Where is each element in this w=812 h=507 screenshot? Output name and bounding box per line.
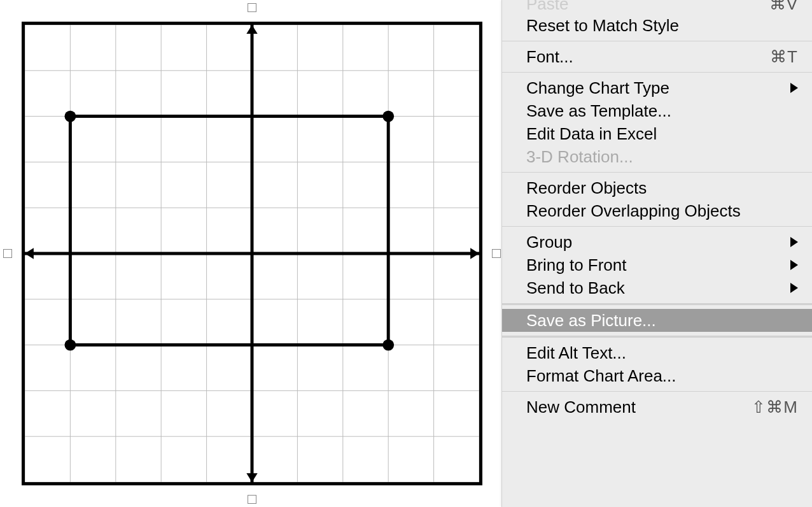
chart-object[interactable]: [8, 8, 496, 499]
menu-item-font[interactable]: Font...⌘T: [502, 45, 812, 68]
chart-canvas: [25, 25, 479, 482]
menu-item-format-chart-area[interactable]: Format Chart Area...: [502, 364, 812, 387]
menu-label: Change Chart Type: [526, 78, 790, 98]
menu-item-change-chart-type[interactable]: Change Chart Type: [502, 76, 812, 99]
menu-separator: [502, 391, 812, 392]
menu-item-send-to-back[interactable]: Send to Back: [502, 276, 812, 299]
svg-point-32: [64, 339, 76, 351]
menu-item-save-as-template[interactable]: Save as Template...: [502, 99, 812, 122]
menu-label: Font...: [526, 47, 770, 67]
chevron-right-icon: [790, 260, 798, 270]
menu-label: Reorder Overlapping Objects: [526, 201, 798, 221]
menu-label: 3-D Rotation...: [526, 147, 798, 167]
menu-item-reset-to-match-style[interactable]: Reset to Match Style: [502, 14, 812, 37]
menu-item-reorder-overlapping-objects[interactable]: Reorder Overlapping Objects: [502, 199, 812, 222]
chart-plot-area[interactable]: [22, 22, 482, 485]
menu-item-save-as-picture[interactable]: Save as Picture...: [502, 309, 812, 332]
menu-shortcut: ⌘T: [770, 47, 798, 67]
menu-label: Format Chart Area...: [526, 366, 798, 386]
menu-label: New Comment: [526, 397, 752, 417]
menu-item-bring-to-front[interactable]: Bring to Front: [502, 254, 812, 276]
resize-handle-top[interactable]: [248, 3, 256, 12]
menu-item-paste-partial[interactable]: Paste ⌘V: [502, 0, 812, 14]
menu-separator: [502, 72, 812, 73]
context-menu[interactable]: Paste ⌘V Reset to Match StyleFont...⌘TCh…: [501, 0, 812, 507]
menu-shortcut: ⇧⌘M: [752, 397, 798, 417]
svg-point-31: [382, 339, 394, 351]
menu-separator: [502, 303, 812, 305]
menu-item-new-comment[interactable]: New Comment⇧⌘M: [502, 396, 812, 418]
menu-label: Save as Picture...: [526, 311, 798, 331]
resize-handle-left[interactable]: [3, 249, 12, 258]
chevron-right-icon: [790, 83, 798, 93]
menu-separator: [502, 336, 812, 338]
menu-item-edit-alt-text[interactable]: Edit Alt Text...: [502, 341, 812, 364]
svg-marker-27: [246, 473, 257, 482]
menu-separator: [502, 172, 812, 173]
menu-label: Paste: [526, 0, 769, 14]
resize-handle-bottom[interactable]: [248, 495, 256, 504]
menu-label: Send to Back: [526, 278, 790, 298]
chevron-right-icon: [790, 237, 798, 247]
menu-item-group[interactable]: Group: [502, 231, 812, 254]
menu-label: Save as Template...: [526, 101, 798, 121]
menu-separator: [502, 41, 812, 41]
menu-label: Reset to Match Style: [526, 16, 798, 36]
menu-label: Group: [526, 232, 790, 252]
menu-label: Reorder Objects: [526, 178, 798, 198]
menu-separator: [502, 226, 812, 227]
svg-marker-24: [470, 248, 479, 259]
chevron-right-icon: [790, 283, 798, 293]
svg-point-30: [382, 111, 394, 122]
menu-label: Edit Data in Excel: [526, 124, 798, 144]
menu-shortcut: ⌘V: [769, 0, 798, 14]
menu-label: Bring to Front: [526, 255, 790, 275]
menu-item-3-d-rotation: 3-D Rotation...: [502, 145, 812, 168]
menu-item-edit-data-in-excel[interactable]: Edit Data in Excel: [502, 122, 812, 145]
svg-marker-28: [70, 117, 388, 345]
menu-item-reorder-objects[interactable]: Reorder Objects: [502, 176, 812, 199]
svg-point-29: [64, 111, 76, 122]
menu-label: Edit Alt Text...: [526, 343, 798, 363]
svg-marker-26: [246, 25, 257, 34]
svg-marker-25: [25, 248, 34, 259]
resize-handle-right[interactable]: [492, 249, 501, 258]
